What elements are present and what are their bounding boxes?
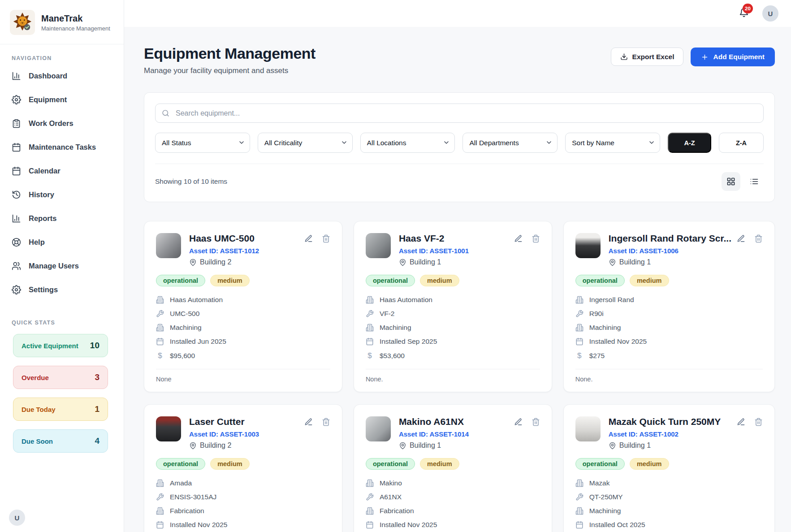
asset-id-link[interactable]: Asset ID: ASSET-1014: [399, 430, 469, 438]
building-icon: [156, 296, 164, 304]
calendar-icon: [575, 521, 584, 529]
calendar-icon: [575, 337, 584, 346]
trash-icon: [754, 418, 763, 426]
building-icon: [156, 324, 164, 332]
department-filter-select[interactable]: All Departments: [462, 133, 558, 153]
sidebar-item-calendar[interactable]: Calendar: [0, 159, 124, 183]
sort-desc-button[interactable]: Z-A: [719, 133, 764, 153]
equipment-manufacturer: Mazak: [589, 479, 610, 487]
sidebar-user-avatar[interactable]: U: [9, 510, 25, 526]
search-input[interactable]: [155, 104, 764, 123]
stat-due-soon[interactable]: Due Soon 4: [13, 429, 108, 453]
criticality-badge: medium: [210, 458, 250, 470]
calendar-icon: [12, 166, 21, 176]
pencil-icon: [514, 234, 523, 243]
equipment-location: Building 1: [410, 258, 441, 266]
list-view-button[interactable]: [745, 172, 764, 191]
wrench-icon: [575, 493, 584, 501]
stat-due-today[interactable]: Due Today 1: [13, 398, 108, 421]
status-badge: operational: [156, 275, 205, 286]
notifications-button[interactable]: 20: [739, 8, 749, 19]
sidebar-item-help[interactable]: Help: [0, 230, 124, 254]
pencil-icon: [737, 234, 745, 243]
export-excel-button[interactable]: Export Excel: [611, 48, 684, 66]
edit-button[interactable]: [514, 234, 523, 243]
edit-button[interactable]: [737, 234, 745, 243]
equipment-manufacturer: Haas Automation: [170, 296, 223, 304]
edit-button[interactable]: [737, 418, 745, 426]
stat-overdue[interactable]: Overdue 3: [13, 366, 108, 389]
equipment-installed-date: Installed Oct 2025: [589, 521, 645, 529]
asset-id-link[interactable]: Asset ID: ASSET-1006: [609, 247, 679, 255]
department-filter-wrap: All Departments: [462, 133, 558, 153]
equipment-installed-date: Installed Sep 2025: [380, 337, 437, 346]
sidebar: ManeTrak Maintenance Management NAVIGATI…: [0, 0, 124, 532]
grid-view-button[interactable]: [722, 172, 740, 191]
map-pin-icon: [189, 259, 197, 266]
status-filter-select[interactable]: All Status: [155, 133, 250, 153]
map-pin-icon: [399, 259, 406, 266]
download-icon: [620, 53, 628, 61]
sidebar-item-history[interactable]: History: [0, 183, 124, 207]
equipment-name: Makino A61NX: [399, 416, 464, 427]
trash-icon: [322, 234, 330, 243]
sort-asc-button[interactable]: A-Z: [668, 133, 711, 153]
building-icon: [156, 479, 164, 487]
delete-button[interactable]: [532, 234, 540, 243]
page-title: Equipment Management: [144, 45, 316, 62]
sidebar-item-settings[interactable]: Settings: [0, 278, 124, 302]
asset-id-link[interactable]: Asset ID: ASSET-1002: [609, 430, 679, 438]
equipment-location: Building 1: [410, 441, 441, 450]
equipment-model: ENSIS-3015AJ: [170, 493, 216, 501]
delete-button[interactable]: [532, 418, 540, 426]
equipment-grid: Haas UMC-500 Asset ID: ASSET-1012 Buildi…: [144, 221, 775, 532]
delete-button[interactable]: [322, 418, 330, 426]
edit-button[interactable]: [304, 418, 313, 426]
sidebar-item-maintenance-tasks[interactable]: Maintenance Tasks: [0, 135, 124, 159]
sort-select[interactable]: Sort by Name: [565, 133, 660, 153]
map-pin-icon: [609, 259, 616, 266]
criticality-filter-select[interactable]: All Criticality: [258, 133, 353, 153]
delete-button[interactable]: [322, 234, 330, 243]
asset-id-link[interactable]: Asset ID: ASSET-1001: [399, 247, 469, 255]
stat-active-equipment[interactable]: Active Equipment 10: [13, 334, 108, 357]
wrench-icon: [156, 493, 164, 501]
equipment-thumbnail: [156, 233, 181, 258]
filter-row: All Status All Criticality All Locations…: [155, 133, 764, 153]
equipment-installed-date: Installed Jun 2025: [170, 337, 226, 346]
manetrak-lion-logo-icon: [10, 10, 35, 35]
pencil-icon: [304, 418, 313, 426]
sidebar-item-work-orders[interactable]: Work Orders: [0, 112, 124, 135]
search-field-wrap: [155, 104, 764, 123]
page-header: Equipment Management Manage your facilit…: [144, 45, 775, 75]
sidebar-item-equipment[interactable]: Equipment: [0, 88, 124, 112]
add-equipment-button[interactable]: Add Equipment: [691, 48, 775, 66]
equipment-thumbnail: [366, 416, 391, 441]
equipment-model: A61NX: [380, 493, 402, 501]
calendar-icon: [366, 521, 374, 529]
status-filter-wrap: All Status: [155, 133, 250, 153]
brand-name: ManeTrak: [41, 13, 110, 24]
wrench-icon: [156, 310, 164, 318]
sidebar-item-dashboard[interactable]: Dashboard: [0, 64, 124, 88]
gear-icon: [12, 95, 21, 104]
equipment-thumbnail: [156, 416, 181, 441]
edit-button[interactable]: [514, 418, 523, 426]
pencil-icon: [737, 418, 745, 426]
dollar-icon: $: [575, 351, 584, 360]
clipboard-icon: [12, 119, 21, 128]
sidebar-item-reports[interactable]: Reports: [0, 207, 124, 230]
asset-id-link[interactable]: Asset ID: ASSET-1003: [189, 430, 259, 438]
pencil-icon: [304, 234, 313, 243]
delete-button[interactable]: [754, 418, 763, 426]
sidebar-item-manage-users[interactable]: Manage Users: [0, 254, 124, 278]
gear-icon: [12, 285, 21, 294]
top-bar: 20 U: [124, 0, 791, 27]
edit-button[interactable]: [304, 234, 313, 243]
location-filter-select[interactable]: All Locations: [360, 133, 455, 153]
criticality-badge: medium: [630, 275, 669, 286]
asset-id-link[interactable]: Asset ID: ASSET-1012: [189, 247, 259, 255]
delete-button[interactable]: [754, 234, 763, 243]
equipment-model: UMC-500: [170, 310, 199, 318]
user-avatar[interactable]: U: [762, 5, 778, 22]
